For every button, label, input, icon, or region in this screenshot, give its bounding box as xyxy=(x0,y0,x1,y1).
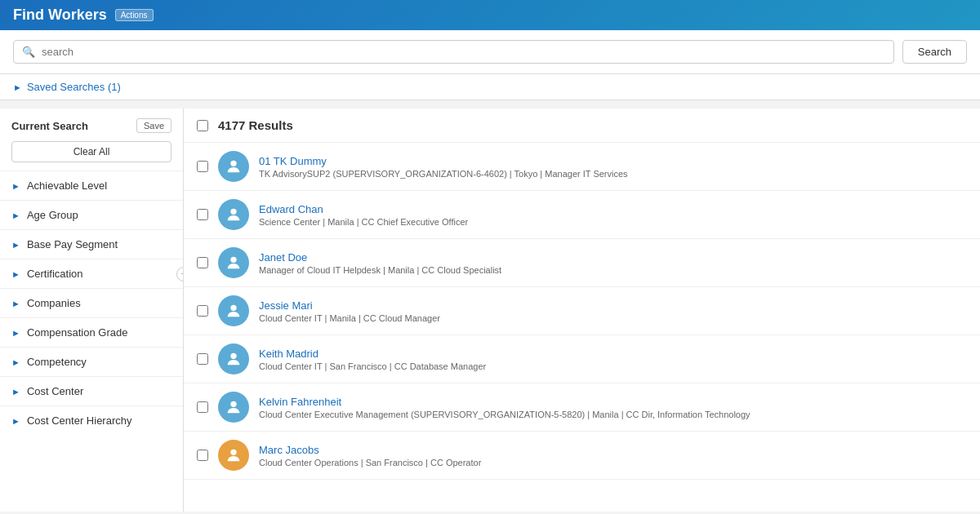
sidebar-item-cost-center[interactable]: ► Cost Center xyxy=(0,376,183,405)
chevron-icon: ► xyxy=(11,387,20,397)
sidebar: Current Search Save Clear All ► Achievab… xyxy=(0,109,184,512)
clear-all-button[interactable]: Clear All xyxy=(11,141,172,162)
sidebar-item-label: Compensation Grade xyxy=(27,326,128,339)
worker-details: Cloud Center IT | San Francisco | CC Dat… xyxy=(259,361,967,371)
actions-badge[interactable]: Actions xyxy=(115,9,154,21)
collapse-circle-icon[interactable]: − xyxy=(176,267,184,281)
row-checkbox[interactable] xyxy=(197,450,208,461)
saved-searches-bar[interactable]: ► Saved Searches (1) xyxy=(0,74,980,100)
sidebar-header: Current Search Save xyxy=(0,109,183,138)
worker-name[interactable]: Janet Doe xyxy=(259,251,307,264)
chevron-icon: ► xyxy=(11,328,20,338)
page-header: Find Workers Actions xyxy=(0,0,980,30)
worker-details: Cloud Center IT | Manila | CC Cloud Mana… xyxy=(259,313,967,323)
svg-point-3 xyxy=(230,305,236,311)
worker-name[interactable]: 01 TK Dummy xyxy=(259,155,327,167)
avatar xyxy=(218,343,249,374)
worker-info: 01 TK Dummy TK AdvisorySUP2 (SUPERVISORY… xyxy=(259,155,967,179)
search-icon: 🔍 xyxy=(22,46,35,58)
avatar xyxy=(218,295,249,326)
worker-details: Cloud Center Operations | San Francisco … xyxy=(259,458,967,467)
chevron-icon: ► xyxy=(11,299,20,308)
table-row[interactable]: Marc Jacobs Cloud Center Operations | Sa… xyxy=(184,432,980,480)
row-checkbox[interactable] xyxy=(197,305,208,317)
avatar xyxy=(218,199,249,230)
sidebar-item-certification[interactable]: ► Certification − xyxy=(0,259,183,288)
results-header: 4177 Results xyxy=(184,109,980,143)
sidebar-item-label: Cost Center Hierarchy xyxy=(27,414,132,427)
svg-point-1 xyxy=(230,209,236,215)
worker-info: Keith Madrid Cloud Center IT | San Franc… xyxy=(259,348,967,371)
worker-list: 01 TK Dummy TK AdvisorySUP2 (SUPERVISORY… xyxy=(184,143,980,480)
sidebar-item-compensation-grade[interactable]: ► Compensation Grade xyxy=(0,317,183,347)
table-row[interactable]: 01 TK Dummy TK AdvisorySUP2 (SUPERVISORY… xyxy=(184,143,980,191)
chevron-icon: ► xyxy=(11,210,20,220)
sidebar-item-label: Achievable Level xyxy=(27,179,107,192)
sidebar-item-label: Base Pay Segment xyxy=(27,238,118,250)
avatar xyxy=(218,151,249,182)
worker-info: Kelvin Fahrenheit Cloud Center Executive… xyxy=(259,396,967,419)
chevron-icon: ► xyxy=(11,181,20,191)
row-checkbox[interactable] xyxy=(197,209,208,220)
svg-point-6 xyxy=(230,450,236,455)
svg-point-2 xyxy=(230,257,236,263)
search-input-wrapper[interactable]: 🔍 xyxy=(13,40,894,64)
sidebar-title: Current Search xyxy=(11,120,88,132)
chevron-icon: ► xyxy=(11,269,20,279)
avatar xyxy=(218,247,249,278)
sidebar-item-age-group[interactable]: ► Age Group xyxy=(0,200,183,229)
sidebar-item-label: Cost Center xyxy=(27,385,83,397)
table-row[interactable]: Jessie Mari Cloud Center IT | Manila | C… xyxy=(184,287,980,335)
sidebar-item-companies[interactable]: ► Companies xyxy=(0,288,183,317)
save-button[interactable]: Save xyxy=(136,118,172,133)
search-input[interactable] xyxy=(42,46,885,58)
worker-name[interactable]: Jessie Mari xyxy=(259,299,313,312)
row-checkbox[interactable] xyxy=(197,401,208,413)
saved-searches-label: Saved Searches (1) xyxy=(27,81,121,93)
search-bar: 🔍 Search xyxy=(0,30,980,74)
row-checkbox[interactable] xyxy=(197,257,208,268)
worker-details: Science Center | Manila | CC Chief Execu… xyxy=(259,217,967,227)
svg-point-0 xyxy=(230,161,236,166)
sidebar-item-label: Certification xyxy=(27,268,83,280)
sidebar-item-label: Competency xyxy=(27,356,87,368)
sidebar-item-base-pay-segment[interactable]: ► Base Pay Segment xyxy=(0,229,183,259)
worker-details: TK AdvisorySUP2 (SUPERVISORY_ORGANIZATIO… xyxy=(259,169,967,179)
worker-name[interactable]: Edward Chan xyxy=(259,203,323,215)
sidebar-item-cost-center-hierarchy[interactable]: ► Cost Center Hierarchy xyxy=(0,405,183,435)
sidebar-item-label: Companies xyxy=(27,297,81,309)
chevron-right-icon: ► xyxy=(13,82,22,92)
worker-name[interactable]: Marc Jacobs xyxy=(259,444,319,456)
row-checkbox[interactable] xyxy=(197,353,208,365)
main-content: Current Search Save Clear All ► Achievab… xyxy=(0,109,980,512)
avatar xyxy=(218,440,249,471)
worker-details: Manager of Cloud IT Helpdesk | Manila | … xyxy=(259,265,967,275)
svg-point-5 xyxy=(230,401,236,407)
sidebar-item-competency[interactable]: ► Competency xyxy=(0,347,183,376)
worker-info: Janet Doe Manager of Cloud IT Helpdesk |… xyxy=(259,251,967,275)
sidebar-item-label: Age Group xyxy=(27,209,78,221)
table-row[interactable]: Edward Chan Science Center | Manila | CC… xyxy=(184,191,980,239)
results-count: 4177 Results xyxy=(218,118,293,132)
worker-details: Cloud Center Executive Management (SUPER… xyxy=(259,410,967,419)
worker-name[interactable]: Kelvin Fahrenheit xyxy=(259,396,341,408)
worker-info: Edward Chan Science Center | Manila | CC… xyxy=(259,203,967,227)
sidebar-item-achievable-level[interactable]: ► Achievable Level xyxy=(0,171,183,200)
search-button[interactable]: Search xyxy=(902,40,967,64)
table-row[interactable]: Janet Doe Manager of Cloud IT Helpdesk |… xyxy=(184,239,980,287)
worker-info: Marc Jacobs Cloud Center Operations | Sa… xyxy=(259,444,967,467)
chevron-icon: ► xyxy=(11,240,20,250)
results-panel: 4177 Results 01 TK Dummy TK AdvisorySUP2… xyxy=(184,109,980,512)
worker-info: Jessie Mari Cloud Center IT | Manila | C… xyxy=(259,299,967,323)
table-row[interactable]: Kelvin Fahrenheit Cloud Center Executive… xyxy=(184,383,980,432)
page-title: Find Workers xyxy=(13,7,107,24)
row-checkbox[interactable] xyxy=(197,161,208,172)
chevron-icon: ► xyxy=(11,416,20,426)
svg-point-4 xyxy=(230,353,236,359)
avatar xyxy=(218,392,249,423)
chevron-icon: ► xyxy=(11,357,20,367)
table-row[interactable]: Keith Madrid Cloud Center IT | San Franc… xyxy=(184,335,980,383)
select-all-checkbox[interactable] xyxy=(197,120,208,131)
worker-name[interactable]: Keith Madrid xyxy=(259,348,318,360)
